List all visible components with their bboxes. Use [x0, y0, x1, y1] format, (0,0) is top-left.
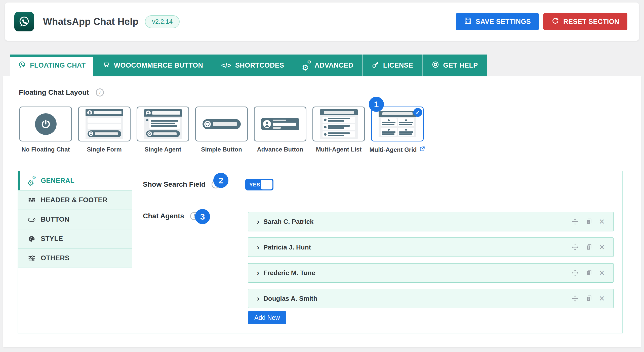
tab-license[interactable]: LICENSE	[363, 55, 423, 76]
sidebar-item-label: BUTTON	[41, 216, 69, 223]
page-title: WhatsApp Chat Help	[43, 16, 138, 27]
toggle-pill-icon	[28, 216, 36, 224]
duplicate-icon[interactable]	[585, 295, 593, 302]
floating-chat-panel: Floating Chat Layout i No Floating Chat	[3, 76, 641, 347]
annotation-badge-3: 3	[195, 209, 210, 224]
info-icon[interactable]: i	[96, 88, 104, 96]
simple-button-thumbnail	[195, 107, 248, 141]
layout-section-head: Floating Chat Layout i	[19, 88, 104, 96]
header-actions: SAVE SETTINGS RESET SECTION	[456, 13, 627, 30]
layout-option-label: Simple Button	[195, 146, 248, 153]
move-icon[interactable]	[571, 269, 579, 277]
chevron-right-icon: ›	[257, 295, 259, 302]
save-settings-label: SAVE SETTINGS	[476, 18, 531, 26]
layout-blocks-icon	[28, 196, 36, 204]
layout-option-label: No Floating Chat	[19, 146, 72, 153]
layout-option-no-floating-chat[interactable]: No Floating Chat	[19, 107, 72, 154]
duplicate-icon[interactable]	[585, 269, 593, 277]
no-floating-chat-thumbnail	[19, 107, 72, 141]
tab-label: FLOATING CHAT	[30, 62, 86, 69]
tab-woocommerce-button[interactable]: WOOCOMMERCE BUTTON	[93, 55, 213, 76]
toggle-on-label: YES	[249, 182, 260, 188]
single-form-thumbnail	[78, 107, 131, 141]
add-new-agent-button[interactable]: Add New	[248, 311, 286, 324]
tab-advanced[interactable]: ⚙⚙ ADVANCED	[293, 55, 363, 76]
layout-option-simple-button[interactable]: Simple Button	[195, 107, 248, 154]
layout-option-label: Single Agent	[137, 146, 189, 153]
sidebar-item-label: GENERAL	[41, 177, 74, 185]
cart-icon	[102, 61, 110, 70]
general-settings-content: Show Search Field i 2 YES Chat Agents i …	[132, 171, 622, 333]
chevron-right-icon: ›	[257, 269, 259, 277]
settings-side-nav: ⚙⚙ GENERAL HEADER & FOOTER BUTTON STYLE …	[18, 171, 132, 333]
multi-agent-list-thumbnail	[312, 107, 365, 141]
tab-label: LICENSE	[383, 62, 413, 69]
agent-name: Douglas A. Smith	[263, 295, 317, 303]
layout-option-label: Advance Button	[254, 146, 306, 153]
show-search-toggle[interactable]: YES	[245, 179, 273, 190]
single-agent-thumbnail	[137, 107, 189, 141]
agent-row-frederic-m-tune[interactable]: › Frederic M. Tune ×	[248, 263, 614, 283]
remove-icon[interactable]: ×	[599, 217, 605, 226]
chat-agents-row-label: Chat Agents i	[143, 212, 198, 220]
duplicate-icon[interactable]	[585, 244, 593, 251]
reset-section-button[interactable]: RESET SECTION	[543, 13, 627, 30]
version-badge: v2.2.14	[145, 15, 180, 28]
whatsapp-icon	[18, 61, 26, 71]
layout-option-single-agent[interactable]: Single Agent	[137, 107, 189, 154]
sidebar-item-header-footer[interactable]: HEADER & FOOTER	[18, 191, 132, 210]
advance-button-thumbnail	[254, 107, 306, 141]
layout-option-multi-agent-list[interactable]: Multi-Agent List	[312, 107, 365, 154]
layout-option-label: Multi-Agent List	[312, 146, 365, 153]
tab-label: ADVANCED	[314, 62, 353, 69]
agent-name: Frederic M. Tune	[263, 269, 315, 277]
toggle-knob	[261, 180, 272, 189]
sidebar-item-label: HEADER & FOOTER	[41, 196, 108, 204]
remove-icon[interactable]: ×	[599, 268, 605, 277]
layout-option-advance-button[interactable]: Advance Button	[254, 107, 306, 154]
tab-shortcodes[interactable]: </> SHORTCODES	[212, 55, 293, 76]
save-settings-button[interactable]: SAVE SETTINGS	[456, 13, 539, 30]
external-link-icon[interactable]	[419, 146, 425, 154]
reset-section-label: RESET SECTION	[563, 18, 619, 26]
layout-option-multi-agent-grid[interactable]: 1 ✓ Multi-Agent Grid	[371, 107, 424, 154]
sidebar-item-general[interactable]: ⚙⚙ GENERAL	[18, 171, 132, 191]
move-icon[interactable]	[571, 218, 579, 225]
move-icon[interactable]	[571, 295, 579, 302]
tab-get-help[interactable]: GET HELP	[423, 55, 487, 76]
show-search-field-label: Show Search Field	[143, 180, 206, 188]
show-search-field-row-label: Show Search Field i	[143, 180, 220, 188]
multi-agent-grid-thumbnail: 1 ✓	[371, 107, 424, 141]
gears-icon: ⚙⚙	[302, 61, 311, 70]
tab-label: GET HELP	[443, 62, 478, 69]
sidebar-item-others[interactable]: OTHERS	[18, 249, 132, 268]
sidebar-item-style[interactable]: STYLE	[18, 229, 132, 249]
move-icon[interactable]	[571, 243, 579, 251]
duplicate-icon[interactable]	[585, 218, 593, 225]
tab-label: WOOCOMMERCE BUTTON	[114, 62, 203, 69]
agent-name: Sarah C. Patrick	[263, 218, 313, 226]
sidebar-filler	[18, 268, 132, 333]
agent-row-sarah-c-patrick[interactable]: › Sarah C. Patrick ×	[248, 212, 614, 231]
layout-option-label: Multi-Agent Grid	[370, 146, 417, 153]
header-bar: WhatsApp Chat Help v2.2.14 SAVE SETTINGS…	[5, 3, 639, 41]
sliders-icon	[28, 255, 36, 262]
save-icon	[464, 17, 472, 26]
remove-icon[interactable]: ×	[599, 243, 605, 252]
annotation-badge-1: 1	[369, 97, 384, 112]
sidebar-item-label: STYLE	[41, 235, 63, 243]
reset-icon	[551, 17, 559, 26]
tab-label: SHORTCODES	[235, 62, 284, 69]
chat-agents-list: › Sarah C. Patrick × › Patricia J. Hunt …	[248, 212, 614, 314]
layout-option-single-form[interactable]: Single Form	[78, 107, 131, 154]
chevron-right-icon: ›	[257, 218, 259, 225]
help-ring-icon	[431, 61, 439, 70]
layout-section-title: Floating Chat Layout	[19, 88, 89, 96]
power-icon	[35, 113, 57, 135]
sidebar-item-button[interactable]: BUTTON	[18, 210, 132, 229]
agent-row-patricia-j-hunt[interactable]: › Patricia J. Hunt ×	[248, 237, 614, 257]
agent-row-douglas-a-smith[interactable]: › Douglas A. Smith ×	[248, 289, 614, 308]
tab-floating-chat[interactable]: FLOATING CHAT	[10, 55, 93, 76]
remove-icon[interactable]: ×	[599, 294, 605, 303]
agent-name: Patricia J. Hunt	[263, 243, 311, 251]
